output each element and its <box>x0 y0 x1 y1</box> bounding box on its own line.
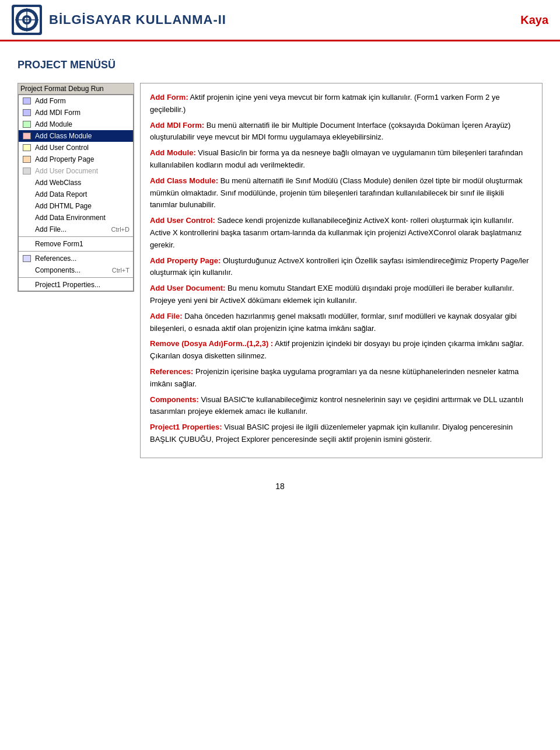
label-references: References: <box>150 367 193 376</box>
menu-item-add-module[interactable]: Add Module <box>19 118 133 130</box>
add-data-env-icon <box>22 213 32 222</box>
add-webclass-icon <box>22 178 32 187</box>
menu-item-add-webclass[interactable]: Add WebClass <box>19 177 133 189</box>
menu-items-list: Add Form Add MDI Form Add Module Add Cla… <box>18 95 134 291</box>
menu-item-components[interactable]: Components... Ctrl+T <box>19 264 133 276</box>
add-form-icon <box>22 96 32 106</box>
menu-item-add-mdi-form[interactable]: Add MDI Form <box>19 107 133 118</box>
components-icon <box>22 266 32 275</box>
label-project-properties: Project1 Properties: <box>150 423 222 431</box>
menu-item-add-dhtml-page[interactable]: Add DHTML Page <box>19 200 133 212</box>
label-add-property-page: Add Property Page: <box>150 256 220 265</box>
menu-item-add-user-document: Add User Document <box>19 165 133 177</box>
add-user-doc-icon <box>22 166 32 176</box>
menu-separator-2 <box>19 251 133 252</box>
paragraph-add-file: Add File: Daha önceden hazırlanmış genel… <box>150 311 533 335</box>
page-footer: 18 <box>0 470 560 503</box>
paragraph-add-user-document: Add User Document: Bu menu komutu Standa… <box>150 282 533 307</box>
add-file-icon <box>22 225 32 234</box>
menu-menubar: Project Format Debug Run <box>18 83 134 95</box>
paragraph-add-user-control: Add User Control: Sadece kendi projenizd… <box>150 215 533 251</box>
label-add-mdi-form: Add MDI Form: <box>150 121 204 130</box>
paragraph-add-class-module: Add Class Module: Bu menü alternatifi il… <box>150 175 533 211</box>
header-author: Kaya <box>520 13 548 27</box>
label-add-file: Add File: <box>150 312 183 320</box>
menu-separator-3 <box>19 277 133 278</box>
add-module-icon <box>22 120 32 129</box>
menu-item-add-property-page[interactable]: Add Property Page <box>19 154 133 165</box>
menu-item-add-data-report[interactable]: Add Data Report <box>19 189 133 200</box>
paragraph-add-form: Add Form: Aktif projenin içine yeni veya… <box>150 92 533 116</box>
menu-separator-1 <box>19 236 133 237</box>
add-data-report-icon <box>22 190 32 199</box>
label-remove-form: Remove (Dosya Adı)Form..(1,2,3) : <box>150 339 273 348</box>
add-property-page-icon <box>22 155 32 164</box>
add-class-module-icon <box>22 131 32 141</box>
page-body: PROJECT MENÜSÜ Project Format Debug Run … <box>0 41 560 470</box>
paragraph-remove-form: Remove (Dosya Adı)Form..(1,2,3) : Aktif … <box>150 338 533 362</box>
paragraph-add-property-page: Add Property Page: Oluşturduğunuz Actıve… <box>150 255 533 280</box>
references-icon <box>22 254 32 263</box>
add-mdi-form-icon <box>22 108 32 117</box>
page-number: 18 <box>275 482 285 491</box>
text-content-panel: Add Form: Aktif projenin içine yeni veya… <box>140 83 542 458</box>
paragraph-add-mdi-form: Add MDI Form: Bu menü alternatifi ile bi… <box>150 120 533 144</box>
page-header: BİLGİSAYAR KULLANMA-II Kaya <box>0 0 560 41</box>
menu-item-remove-form[interactable]: Remove Form1 <box>19 238 133 250</box>
page-title: PROJECT MENÜSÜ <box>18 59 542 71</box>
add-user-control-icon <box>22 143 32 152</box>
header-title: BİLGİSAYAR KULLANMA-II <box>49 12 226 27</box>
label-add-class-module: Add Class Module: <box>150 176 218 185</box>
add-dhtml-page-icon <box>22 201 32 211</box>
university-logo <box>12 5 42 35</box>
menubar-text: Project Format Debug Run <box>20 85 104 93</box>
project-props-icon <box>22 280 32 289</box>
label-components: Components: <box>150 395 199 404</box>
menu-item-add-class-module[interactable]: Add Class Module <box>19 130 133 142</box>
label-add-form: Add Form: <box>150 93 188 102</box>
paragraph-references: References: Projenizin içerisine başka u… <box>150 366 533 390</box>
menu-item-add-user-control[interactable]: Add User Control <box>19 142 133 154</box>
menu-item-add-form[interactable]: Add Form <box>19 95 133 107</box>
remove-form-icon <box>22 239 32 249</box>
menu-item-add-data-env[interactable]: Add Data Environment <box>19 212 133 224</box>
header-left: BİLGİSAYAR KULLANMA-II <box>12 5 226 35</box>
paragraph-add-module: Add Module: Visual Basic/in bir forma ya… <box>150 147 533 172</box>
menu-item-project-properties[interactable]: Project1 Properties... <box>19 279 133 291</box>
paragraph-project-properties: Project1 Properties: Visual BASIC projes… <box>150 421 533 446</box>
label-add-module: Add Module: <box>150 148 196 157</box>
menu-item-references[interactable]: References... <box>19 253 133 264</box>
content-row: Project Format Debug Run Add Form Add MD… <box>18 83 542 458</box>
label-add-user-control: Add User Control: <box>150 216 215 225</box>
label-add-user-document: Add User Document: <box>150 284 225 292</box>
menu-screenshot: Project Format Debug Run Add Form Add MD… <box>18 83 134 292</box>
paragraph-components: Components: Visual BASIC'te kullanabilec… <box>150 394 533 418</box>
menu-item-add-file[interactable]: Add File... Ctrl+D <box>19 224 133 235</box>
